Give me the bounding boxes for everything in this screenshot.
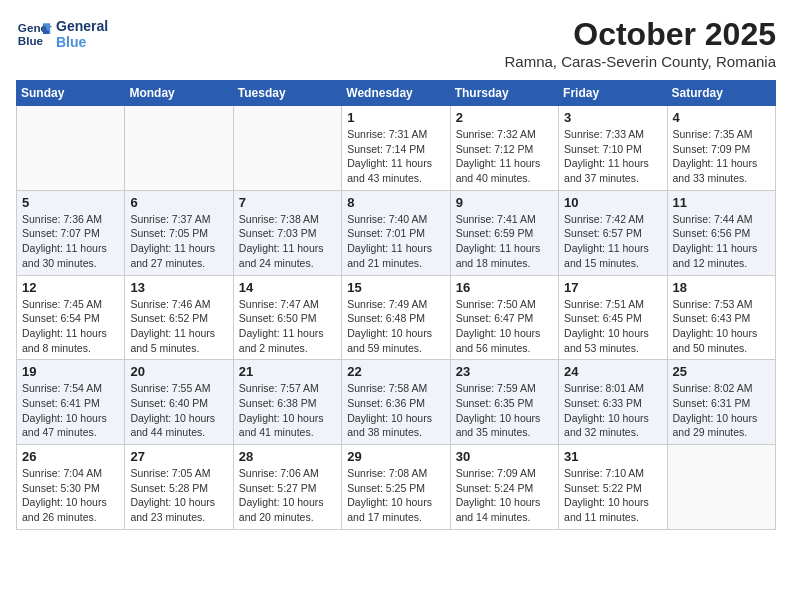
- day-info: Sunrise: 7:50 AM Sunset: 6:47 PM Dayligh…: [456, 297, 553, 356]
- calendar-cell: 16Sunrise: 7:50 AM Sunset: 6:47 PM Dayli…: [450, 275, 558, 360]
- weekday-header: Saturday: [667, 81, 775, 106]
- calendar-cell: 26Sunrise: 7:04 AM Sunset: 5:30 PM Dayli…: [17, 445, 125, 530]
- calendar-cell: 4Sunrise: 7:35 AM Sunset: 7:09 PM Daylig…: [667, 106, 775, 191]
- calendar-week-row: 19Sunrise: 7:54 AM Sunset: 6:41 PM Dayli…: [17, 360, 776, 445]
- calendar-cell: 1Sunrise: 7:31 AM Sunset: 7:14 PM Daylig…: [342, 106, 450, 191]
- month-title: October 2025: [504, 16, 776, 53]
- calendar-cell: [17, 106, 125, 191]
- day-number: 8: [347, 195, 444, 210]
- calendar-cell: 22Sunrise: 7:58 AM Sunset: 6:36 PM Dayli…: [342, 360, 450, 445]
- day-info: Sunrise: 7:41 AM Sunset: 6:59 PM Dayligh…: [456, 212, 553, 271]
- calendar-cell: 31Sunrise: 7:10 AM Sunset: 5:22 PM Dayli…: [559, 445, 667, 530]
- calendar-cell: 2Sunrise: 7:32 AM Sunset: 7:12 PM Daylig…: [450, 106, 558, 191]
- day-number: 14: [239, 280, 336, 295]
- day-info: Sunrise: 7:55 AM Sunset: 6:40 PM Dayligh…: [130, 381, 227, 440]
- day-number: 7: [239, 195, 336, 210]
- weekday-header: Sunday: [17, 81, 125, 106]
- calendar-cell: 9Sunrise: 7:41 AM Sunset: 6:59 PM Daylig…: [450, 190, 558, 275]
- day-number: 18: [673, 280, 770, 295]
- calendar-cell: 3Sunrise: 7:33 AM Sunset: 7:10 PM Daylig…: [559, 106, 667, 191]
- day-info: Sunrise: 7:44 AM Sunset: 6:56 PM Dayligh…: [673, 212, 770, 271]
- day-info: Sunrise: 7:47 AM Sunset: 6:50 PM Dayligh…: [239, 297, 336, 356]
- calendar-cell: 6Sunrise: 7:37 AM Sunset: 7:05 PM Daylig…: [125, 190, 233, 275]
- day-info: Sunrise: 7:09 AM Sunset: 5:24 PM Dayligh…: [456, 466, 553, 525]
- weekday-header: Friday: [559, 81, 667, 106]
- svg-text:Blue: Blue: [18, 34, 44, 47]
- day-number: 28: [239, 449, 336, 464]
- weekday-header: Monday: [125, 81, 233, 106]
- calendar-cell: 29Sunrise: 7:08 AM Sunset: 5:25 PM Dayli…: [342, 445, 450, 530]
- location-title: Ramna, Caras-Severin County, Romania: [504, 53, 776, 70]
- calendar-cell: [125, 106, 233, 191]
- calendar-cell: 28Sunrise: 7:06 AM Sunset: 5:27 PM Dayli…: [233, 445, 341, 530]
- day-number: 16: [456, 280, 553, 295]
- calendar: SundayMondayTuesdayWednesdayThursdayFrid…: [16, 80, 776, 530]
- calendar-cell: 21Sunrise: 7:57 AM Sunset: 6:38 PM Dayli…: [233, 360, 341, 445]
- logo-icon: General Blue: [16, 16, 52, 52]
- day-number: 15: [347, 280, 444, 295]
- day-info: Sunrise: 7:45 AM Sunset: 6:54 PM Dayligh…: [22, 297, 119, 356]
- day-info: Sunrise: 7:51 AM Sunset: 6:45 PM Dayligh…: [564, 297, 661, 356]
- day-number: 29: [347, 449, 444, 464]
- day-number: 10: [564, 195, 661, 210]
- logo-general: General: [56, 18, 108, 34]
- day-number: 27: [130, 449, 227, 464]
- day-info: Sunrise: 7:10 AM Sunset: 5:22 PM Dayligh…: [564, 466, 661, 525]
- header: General Blue General Blue October 2025 R…: [16, 16, 776, 70]
- day-info: Sunrise: 7:58 AM Sunset: 6:36 PM Dayligh…: [347, 381, 444, 440]
- weekday-header-row: SundayMondayTuesdayWednesdayThursdayFrid…: [17, 81, 776, 106]
- day-number: 5: [22, 195, 119, 210]
- calendar-cell: 7Sunrise: 7:38 AM Sunset: 7:03 PM Daylig…: [233, 190, 341, 275]
- calendar-cell: 30Sunrise: 7:09 AM Sunset: 5:24 PM Dayli…: [450, 445, 558, 530]
- calendar-week-row: 26Sunrise: 7:04 AM Sunset: 5:30 PM Dayli…: [17, 445, 776, 530]
- day-info: Sunrise: 7:54 AM Sunset: 6:41 PM Dayligh…: [22, 381, 119, 440]
- calendar-cell: [667, 445, 775, 530]
- calendar-cell: 14Sunrise: 7:47 AM Sunset: 6:50 PM Dayli…: [233, 275, 341, 360]
- day-number: 17: [564, 280, 661, 295]
- day-number: 23: [456, 364, 553, 379]
- calendar-cell: 18Sunrise: 7:53 AM Sunset: 6:43 PM Dayli…: [667, 275, 775, 360]
- day-number: 31: [564, 449, 661, 464]
- day-info: Sunrise: 7:42 AM Sunset: 6:57 PM Dayligh…: [564, 212, 661, 271]
- calendar-week-row: 12Sunrise: 7:45 AM Sunset: 6:54 PM Dayli…: [17, 275, 776, 360]
- weekday-header: Wednesday: [342, 81, 450, 106]
- day-info: Sunrise: 7:38 AM Sunset: 7:03 PM Dayligh…: [239, 212, 336, 271]
- day-number: 1: [347, 110, 444, 125]
- day-number: 13: [130, 280, 227, 295]
- day-info: Sunrise: 7:36 AM Sunset: 7:07 PM Dayligh…: [22, 212, 119, 271]
- day-number: 12: [22, 280, 119, 295]
- calendar-cell: 17Sunrise: 7:51 AM Sunset: 6:45 PM Dayli…: [559, 275, 667, 360]
- day-number: 4: [673, 110, 770, 125]
- day-info: Sunrise: 7:35 AM Sunset: 7:09 PM Dayligh…: [673, 127, 770, 186]
- day-info: Sunrise: 7:37 AM Sunset: 7:05 PM Dayligh…: [130, 212, 227, 271]
- day-number: 3: [564, 110, 661, 125]
- day-info: Sunrise: 7:32 AM Sunset: 7:12 PM Dayligh…: [456, 127, 553, 186]
- day-number: 25: [673, 364, 770, 379]
- calendar-cell: 23Sunrise: 7:59 AM Sunset: 6:35 PM Dayli…: [450, 360, 558, 445]
- day-number: 2: [456, 110, 553, 125]
- calendar-week-row: 5Sunrise: 7:36 AM Sunset: 7:07 PM Daylig…: [17, 190, 776, 275]
- calendar-cell: 11Sunrise: 7:44 AM Sunset: 6:56 PM Dayli…: [667, 190, 775, 275]
- day-number: 11: [673, 195, 770, 210]
- logo-blue: Blue: [56, 34, 108, 50]
- weekday-header: Thursday: [450, 81, 558, 106]
- day-info: Sunrise: 7:40 AM Sunset: 7:01 PM Dayligh…: [347, 212, 444, 271]
- calendar-cell: 8Sunrise: 7:40 AM Sunset: 7:01 PM Daylig…: [342, 190, 450, 275]
- day-number: 9: [456, 195, 553, 210]
- weekday-header: Tuesday: [233, 81, 341, 106]
- day-info: Sunrise: 8:02 AM Sunset: 6:31 PM Dayligh…: [673, 381, 770, 440]
- day-info: Sunrise: 7:05 AM Sunset: 5:28 PM Dayligh…: [130, 466, 227, 525]
- day-info: Sunrise: 7:31 AM Sunset: 7:14 PM Dayligh…: [347, 127, 444, 186]
- day-number: 19: [22, 364, 119, 379]
- day-info: Sunrise: 7:53 AM Sunset: 6:43 PM Dayligh…: [673, 297, 770, 356]
- calendar-cell: 25Sunrise: 8:02 AM Sunset: 6:31 PM Dayli…: [667, 360, 775, 445]
- calendar-cell: 19Sunrise: 7:54 AM Sunset: 6:41 PM Dayli…: [17, 360, 125, 445]
- day-info: Sunrise: 7:59 AM Sunset: 6:35 PM Dayligh…: [456, 381, 553, 440]
- calendar-cell: 13Sunrise: 7:46 AM Sunset: 6:52 PM Dayli…: [125, 275, 233, 360]
- logo: General Blue General Blue: [16, 16, 108, 52]
- day-number: 22: [347, 364, 444, 379]
- day-info: Sunrise: 7:08 AM Sunset: 5:25 PM Dayligh…: [347, 466, 444, 525]
- day-info: Sunrise: 7:33 AM Sunset: 7:10 PM Dayligh…: [564, 127, 661, 186]
- calendar-week-row: 1Sunrise: 7:31 AM Sunset: 7:14 PM Daylig…: [17, 106, 776, 191]
- calendar-cell: 10Sunrise: 7:42 AM Sunset: 6:57 PM Dayli…: [559, 190, 667, 275]
